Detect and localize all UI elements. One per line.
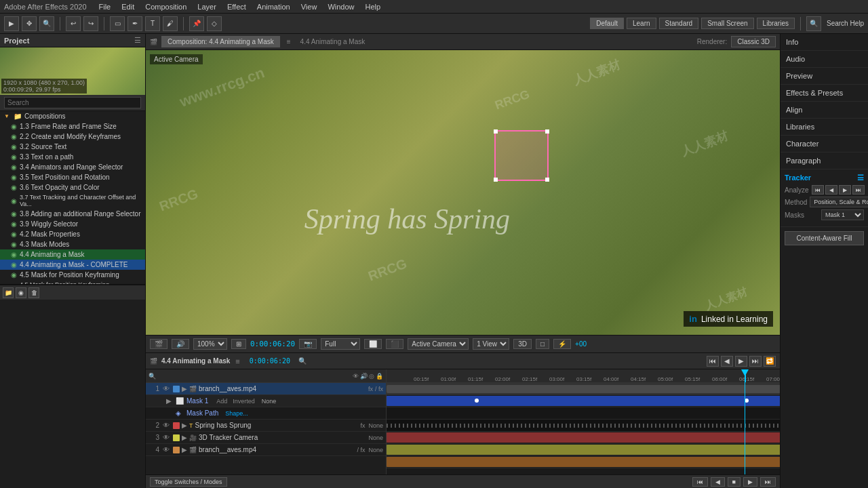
- content-aware-fill-btn[interactable]: Content-Aware Fill: [785, 231, 864, 245]
- zoom-select[interactable]: 100%50%200%: [193, 338, 227, 350]
- audio-panel-btn[interactable]: Audio: [781, 51, 868, 68]
- layer-row-1[interactable]: 1 👁 ▶ 🎬 branch__aves.mp4 fx / fx: [146, 383, 386, 395]
- proj-comp-16[interactable]: ◉ 4.5 Mask for Position Keyframing - COM…: [0, 280, 145, 284]
- layer-row-2[interactable]: 2 👁 ▶ T Spring has Sprung fx None: [146, 420, 386, 432]
- menu-window[interactable]: Window: [322, 0, 359, 14]
- tool-pen[interactable]: ✒: [127, 16, 142, 31]
- comp-header-menu[interactable]: ≡: [287, 38, 291, 45]
- tool-undo[interactable]: ↩: [66, 16, 81, 31]
- tool-move[interactable]: ✥: [22, 16, 37, 31]
- menu-animation[interactable]: Animation: [252, 0, 296, 14]
- play-btn[interactable]: ▶: [735, 356, 747, 367]
- layer-1-eye[interactable]: 👁: [161, 384, 171, 394]
- comp-always-preview-btn[interactable]: 🎬: [150, 339, 167, 349]
- masks-select[interactable]: Mask 1: [821, 209, 864, 220]
- proj-comp-15[interactable]: ◉ 4.5 Mask for Position Keyframing: [0, 270, 145, 280]
- menu-edit[interactable]: Edit: [116, 0, 140, 14]
- comp-snapshot-btn[interactable]: 📷: [299, 339, 317, 349]
- quality-select[interactable]: FullHalfQuarter: [321, 338, 360, 350]
- info-panel-btn[interactable]: Info: [781, 34, 868, 51]
- proj-comp-14[interactable]: ◉ 4.4 Animating a Mask - COMPLETE: [0, 260, 145, 270]
- comp-audio-btn[interactable]: 🔊: [172, 339, 189, 349]
- play-back-btn[interactable]: ◀: [721, 356, 733, 367]
- view-select[interactable]: 1 View: [473, 338, 509, 350]
- menu-view[interactable]: View: [296, 0, 323, 14]
- comp-3d-btn[interactable]: 3D: [513, 339, 532, 349]
- tl-first-btn[interactable]: ⏮: [692, 477, 708, 487]
- mask-box[interactable]: [494, 130, 549, 181]
- tool-pin[interactable]: 📌: [189, 16, 204, 31]
- proj-comp-13[interactable]: ◉ 4.4 Animating a Mask: [0, 249, 145, 260]
- comp-roi-btn[interactable]: ⬛: [386, 339, 403, 349]
- last-frame-btn[interactable]: ⏭: [749, 356, 762, 367]
- layer-row-4[interactable]: 4 👁 ▶ 🎬 branch__aves.mp4 / fx None: [146, 444, 386, 456]
- tool-text[interactable]: T: [145, 16, 160, 31]
- analyze-first-btn[interactable]: ⏮: [812, 185, 824, 195]
- mask-corner-tr[interactable]: [545, 129, 549, 134]
- tool-zoom[interactable]: 🔍: [39, 16, 54, 31]
- comp-tab[interactable]: Composition: 4.4 Animating a Mask: [161, 36, 280, 47]
- tool-shape[interactable]: ◇: [207, 16, 222, 31]
- search-btn[interactable]: 🔍: [806, 16, 821, 31]
- mask-1-expand[interactable]: ▶: [166, 397, 172, 405]
- proj-comp-8[interactable]: ◉ 3.7 Text Tracking and Character Offset…: [0, 192, 145, 209]
- menu-help[interactable]: Help: [360, 0, 387, 14]
- workspace-libraries[interactable]: Libraries: [757, 18, 795, 29]
- comp-pixel-btn[interactable]: □: [536, 339, 549, 349]
- layer-3-eye[interactable]: 👁: [161, 433, 171, 443]
- layer-row-3[interactable]: 3 👁 ▶ 🎥 3D Tracker Camera None: [146, 432, 386, 444]
- comp-fast-draft-btn[interactable]: ⚡: [553, 339, 571, 349]
- workspace-small-screen[interactable]: Small Screen: [701, 18, 753, 29]
- layer-2-expand[interactable]: ▶: [182, 422, 187, 429]
- analyze-fwd-btn[interactable]: ▶: [839, 185, 851, 195]
- project-search-input[interactable]: [4, 97, 141, 108]
- tl-stop-btn[interactable]: ■: [728, 477, 741, 487]
- timeline-bar-area[interactable]: 00:15f 01:00f 01:15f 02:00f 02:15f 03:00…: [387, 369, 780, 474]
- layer-4-eye[interactable]: 👁: [161, 445, 171, 455]
- tool-rect-mask[interactable]: ▭: [110, 16, 125, 31]
- workspace-default[interactable]: Default: [590, 18, 624, 29]
- menu-effect[interactable]: Effect: [222, 0, 252, 14]
- renderer-btn[interactable]: Classic 3D: [731, 36, 776, 47]
- method-select[interactable]: Position, Scale & Ro...: [810, 197, 868, 207]
- sublayer-mask-path[interactable]: ◈ Mask Path Shape...: [146, 407, 386, 420]
- workspace-standard[interactable]: Standard: [659, 18, 699, 29]
- proj-folder-compositions[interactable]: ▼ 📁 Compositions: [0, 111, 145, 121]
- proj-comp-5[interactable]: ◉ 3.4 Animators and Range Selector: [0, 162, 145, 172]
- mask-corner-bl[interactable]: [494, 178, 498, 182]
- proj-comp-10[interactable]: ◉ 3.9 Wiggly Selector: [0, 219, 145, 229]
- proj-comp-11[interactable]: ◉ 4.2 Mask Properties: [0, 229, 145, 239]
- tool-select[interactable]: ▶: [4, 16, 19, 31]
- composition-viewer[interactable]: www.rrcg.cn RRCG RRCG 人人素材 RRCG 人人素材 人人素…: [146, 50, 780, 335]
- proj-comp-1[interactable]: ◉ 1.3 Frame Rate and Frame Size: [0, 121, 145, 131]
- effects-panel-btn[interactable]: Effects & Presets: [781, 85, 868, 102]
- proj-comp-3[interactable]: ◉ 3.2 Source Text: [0, 142, 145, 152]
- new-comp-btn[interactable]: ◉: [16, 287, 26, 298]
- loop-btn[interactable]: 🔁: [764, 356, 776, 367]
- menu-file[interactable]: File: [94, 0, 117, 14]
- layer-4-expand[interactable]: ▶: [182, 446, 187, 453]
- layer-3-expand[interactable]: ▶: [182, 434, 187, 441]
- tl-toggle-btn[interactable]: Toggle Switches / Modes: [150, 477, 227, 487]
- proj-comp-9[interactable]: ◉ 3.8 Adding an additional Range Selecto…: [0, 209, 145, 219]
- tracker-menu[interactable]: ☰: [857, 174, 864, 182]
- search-timeline-icon[interactable]: 🔍: [298, 357, 307, 365]
- proj-comp-4[interactable]: ◉ 3.3 Text on a path: [0, 152, 145, 162]
- timeline-playhead[interactable]: [745, 369, 745, 474]
- proj-comp-6[interactable]: ◉ 3.5 Text Position and Rotation: [0, 172, 145, 182]
- workspace-learn[interactable]: Learn: [627, 18, 656, 29]
- project-panel-menu-icon[interactable]: ☰: [134, 36, 141, 45]
- analyze-back-btn[interactable]: ◀: [825, 185, 837, 195]
- libraries-panel-btn[interactable]: Libraries: [781, 119, 868, 136]
- comp-transparency-btn[interactable]: ⬜: [364, 339, 382, 349]
- tl-play-back-btn[interactable]: ◀: [711, 477, 725, 487]
- tl-last-btn[interactable]: ⏭: [760, 477, 776, 487]
- comp-grid-btn[interactable]: ⊞: [231, 339, 246, 349]
- paragraph-panel-btn[interactable]: Paragraph: [781, 152, 868, 169]
- align-panel-btn[interactable]: Align: [781, 102, 868, 119]
- camera-select[interactable]: Active Camera: [408, 338, 469, 350]
- analyze-last-btn[interactable]: ⏭: [852, 185, 865, 195]
- mask-corner-br[interactable]: [545, 178, 549, 182]
- first-frame-btn[interactable]: ⏮: [707, 356, 719, 367]
- character-panel-btn[interactable]: Character: [781, 136, 868, 152]
